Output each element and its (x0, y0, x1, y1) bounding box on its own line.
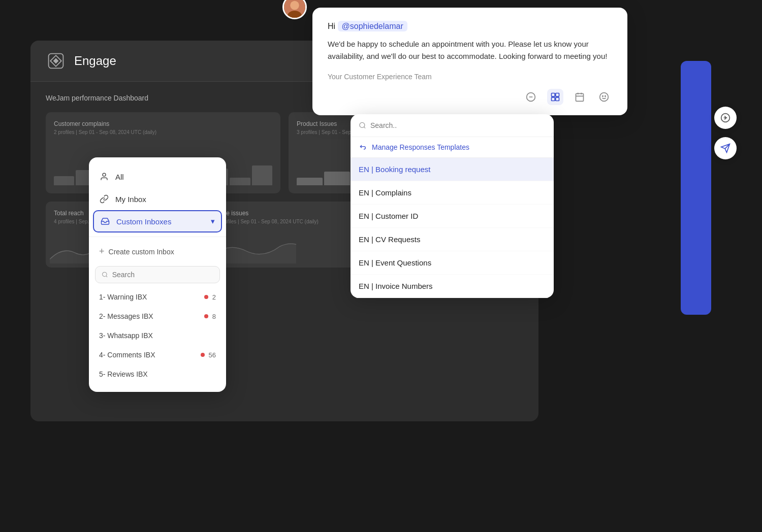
svg-point-15 (360, 122, 365, 127)
template-item-invoice-numbers[interactable]: EN | Invoice Numbers (351, 275, 554, 298)
inbox-item-whatsapp[interactable]: 3- Whatsapp IBX (89, 326, 226, 345)
warning-count: 2 (212, 293, 216, 301)
inbox-item-comments-right: 56 (201, 351, 216, 359)
svg-rect-8 (556, 93, 559, 97)
inbox-item-warning[interactable]: 1- Warning IBX 2 (89, 287, 226, 307)
create-custom-inbox[interactable]: + Create custom Inbox (89, 241, 226, 262)
warning-badge (204, 295, 208, 299)
inbox-item-comments[interactable]: 4- Comments IBX 56 (89, 345, 226, 364)
sidebar-item-my-inbox[interactable]: My Inbox (89, 188, 226, 210)
card-subtitle-4: 4 profiles | Sep 01 - Sep 08, 2024 UTC (… (216, 219, 354, 224)
inbox-item-messages-right: 8 (204, 313, 216, 320)
person-icon (99, 172, 109, 182)
templates-dropdown: Manage Responses Templates EN | Booking … (351, 114, 554, 298)
card-title-1: Customer complains (54, 120, 272, 127)
inbox-icon (100, 216, 110, 226)
engage-logo (46, 51, 66, 71)
sidebar-item-custom-inboxes-label: Custom Inboxes (116, 217, 171, 226)
blue-accent-bar (681, 61, 711, 315)
template-item-cv-requests[interactable]: EN | CV Requests (351, 228, 554, 251)
link-icon (99, 194, 109, 204)
svg-point-13 (602, 96, 604, 97)
mention-tag: @sophiedelamar (338, 21, 407, 31)
card-subtitle-1: 2 profiles | Sep 01 - Sep 08, 2024 UTC (… (54, 129, 272, 135)
plus-icon: + (99, 246, 105, 257)
sidebar-item-custom-inboxes[interactable]: Custom Inboxes ▾ (93, 210, 222, 232)
chat-body: We'd be happy to schedule an appointment… (328, 38, 612, 62)
sidebar-item-all-label: All (115, 173, 124, 181)
templates-search-container (351, 114, 554, 137)
card-price-issues: Price issues 4 profiles | Sep 01 - Sep 0… (208, 202, 362, 268)
svg-rect-10 (556, 97, 559, 101)
avatar-image (284, 0, 305, 18)
svg-point-16 (103, 173, 106, 176)
svg-point-14 (605, 96, 606, 97)
templates-search-input[interactable] (370, 121, 546, 129)
send-icon-button[interactable] (714, 137, 737, 159)
sidebar-panel: All My Inbox Custom Inboxes ▾ + Create c… (89, 157, 226, 392)
svg-point-17 (103, 272, 107, 276)
svg-point-12 (600, 93, 609, 102)
chat-toolbar (328, 89, 612, 105)
template-icon[interactable] (547, 89, 563, 105)
avatar (282, 0, 307, 19)
template-item-customer-id[interactable]: EN | Customer ID (351, 205, 554, 228)
svg-rect-9 (552, 97, 555, 101)
sidebar-divider (89, 237, 226, 237)
inbox-item-warning-right: 2 (204, 293, 216, 301)
svg-rect-7 (552, 93, 555, 97)
card-title-4: Price issues (216, 210, 354, 217)
filter-icon-button[interactable] (714, 107, 737, 129)
template-item-complains[interactable]: EN | Complains (351, 181, 554, 205)
search-icon (102, 271, 108, 278)
app-title: Engage (74, 54, 116, 68)
comments-count: 56 (209, 351, 216, 359)
manage-responses-label: Manage Responses Templates (372, 143, 469, 151)
chat-signature: Your Customer Experience Team (328, 73, 612, 81)
inbox-item-messages[interactable]: 2- Messages IBX 8 (89, 307, 226, 326)
messages-badge (204, 314, 208, 318)
inbox-list: 1- Warning IBX 2 2- Messages IBX 8 3- Wh… (89, 287, 226, 384)
manage-responses-button[interactable]: Manage Responses Templates (351, 137, 554, 158)
emoji-icon[interactable] (596, 89, 612, 105)
svg-point-5 (292, 2, 298, 8)
attachment-icon[interactable] (523, 89, 539, 105)
messages-count: 8 (212, 313, 216, 320)
inbox-search-box[interactable] (95, 266, 220, 283)
sidebar-item-all[interactable]: All (89, 165, 226, 188)
create-custom-label: Create custom Inbox (109, 248, 174, 256)
svg-rect-11 (576, 93, 584, 101)
sidebar-item-my-inbox-label: My Inbox (115, 195, 146, 204)
templates-search-icon (359, 121, 366, 129)
inbox-search-input[interactable] (112, 271, 213, 279)
dropdown-chevron-icon: ▾ (211, 217, 215, 226)
template-item-event-questions[interactable]: EN | Event Questions (351, 251, 554, 275)
chat-greeting: Hi @sophiedelamar (328, 22, 612, 31)
comments-badge (201, 353, 205, 357)
calendar-icon[interactable] (572, 89, 588, 105)
inbox-item-reviews[interactable]: 5- Reviews IBX (89, 364, 226, 384)
template-item-booking[interactable]: EN | Booking request (351, 158, 554, 181)
right-icons-panel (714, 107, 737, 159)
manage-responses-icon (359, 143, 367, 151)
chat-panel: Hi @sophiedelamar We'd be happy to sched… (312, 8, 627, 115)
